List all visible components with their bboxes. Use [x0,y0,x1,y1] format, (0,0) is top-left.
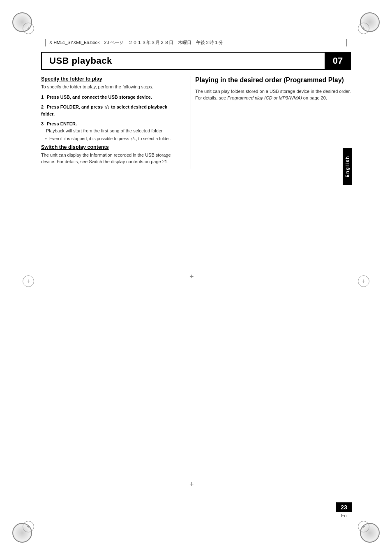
metadata-text: X-HM51_SYXE8_En.book 23 ページ ２０１３年３月２８日 木… [49,40,223,46]
section2-intro: The unit can display the information rec… [41,152,181,165]
right-text-2: on page 20. [302,95,327,100]
page-number-area: 23 En [336,502,352,518]
section1-intro: To specify the folder to play, perform t… [41,84,181,90]
section2-heading: Switch the display contents [41,144,181,150]
right-section-text: The unit can play folders stored on a US… [195,88,351,102]
chapter-title-area: USB playback [41,52,325,70]
step-2: 2 Press FOLDER, and press ↑/↓ to select … [41,104,181,118]
step-1: 1 Press USB, and connect the USB storage… [41,94,181,101]
reg-mark-tl [23,23,34,34]
reg-mark-tr [358,23,369,34]
page-number-box: 23 [336,502,352,512]
step1-number: 1 [41,95,44,99]
step2-text: Press FOLDER, and press ↑/↓ to select de… [41,104,167,116]
section-specify-folder: Specify the folder to play To specify th… [41,76,181,141]
chapter-title: USB playback [49,56,112,66]
step3-bold: Press ENTER. [47,121,77,126]
crosshair-top-mid [189,273,197,282]
reg-mark-br [358,521,369,532]
right-column: Playing in the desired order (Programmed… [191,76,351,169]
reg-mark-mr [358,275,369,287]
crosshair-bottom-mid [189,481,197,489]
right-text-italic: Programmed play (CD or MP3/WMA) [227,95,302,100]
chapter-header: USB playback 07 [41,52,351,70]
step1-text: Press USB, and connect the USB storage d… [47,95,152,99]
step2-number: 2 [41,104,44,109]
content-area: Specify the folder to play To specify th… [41,76,351,169]
left-column: Specify the folder to play To specify th… [41,76,181,169]
step3-bullet: Even if it is stopped, it is possible to… [41,136,181,142]
right-section-title: Playing in the desired order (Programmed… [195,76,351,85]
step3-detail: Playback will start from the first song … [41,128,181,134]
metadata-line: X-HM51_SYXE8_En.book 23 ページ ２０１３年３月２８日 木… [45,39,347,46]
section-switch-display: Switch the display contents The unit can… [41,144,181,165]
section1-heading: Specify the folder to play [41,76,181,82]
reg-mark-bl [23,521,34,532]
reg-mark-ml [23,275,34,287]
step3-number: 3 [41,121,44,126]
page-en-label: En [341,513,346,518]
chapter-number: 07 [333,56,343,66]
step-3: 3 Press ENTER. Playback will start from … [41,120,181,142]
